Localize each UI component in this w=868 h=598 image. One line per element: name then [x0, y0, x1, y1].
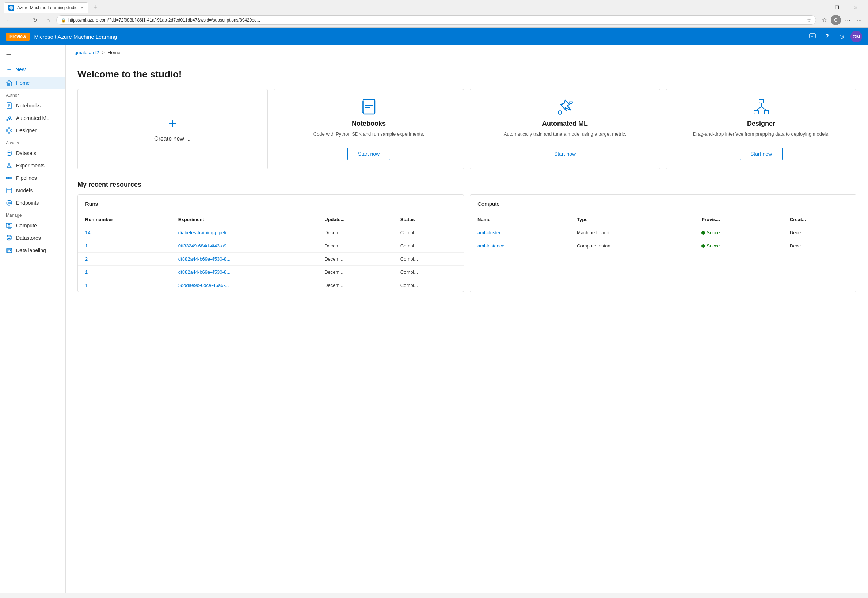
- sidebar-item-data-labeling[interactable]: Data labeling: [0, 244, 66, 257]
- collections-icon[interactable]: ☆: [819, 15, 829, 25]
- runs-col-status: Status: [393, 213, 464, 226]
- extensions-icon[interactable]: ⋯: [843, 15, 853, 25]
- run-number-link[interactable]: 1: [85, 243, 88, 248]
- compute-name-link[interactable]: aml-instance: [477, 243, 504, 248]
- experiment-link[interactable]: df882a44-b69a-4530-8...: [178, 269, 231, 275]
- experiment-link[interactable]: 5dddae9b-6dce-46a6-...: [178, 283, 229, 288]
- breadcrumb-current: Home: [108, 50, 121, 55]
- close-btn[interactable]: ✕: [847, 3, 864, 13]
- browser-chrome: Azure Machine Learning studio ✕ + — ❐ ✕ …: [0, 0, 868, 28]
- create-new-card[interactable]: + Create new ⌄: [78, 89, 268, 169]
- breadcrumb: gmalc-aml2 > Home: [66, 45, 868, 60]
- designer-start-btn[interactable]: Start now: [740, 148, 783, 160]
- notebooks-icon: [6, 102, 12, 109]
- compute-col-type: Type: [570, 213, 694, 226]
- experiments-label: Experiments: [16, 163, 45, 169]
- create-label: Create new ⌄: [154, 136, 191, 142]
- run-number-link[interactable]: 1: [85, 269, 88, 275]
- help-icon[interactable]: ?: [821, 31, 833, 42]
- back-btn[interactable]: ←: [4, 15, 14, 25]
- svg-point-32: [8, 224, 10, 226]
- run-number-link[interactable]: 2: [85, 256, 88, 262]
- breadcrumb-workspace[interactable]: gmalc-aml2: [75, 50, 99, 55]
- run-updated: Decem...: [317, 239, 393, 253]
- tab-close-btn[interactable]: ✕: [81, 6, 84, 10]
- svg-rect-29: [6, 223, 12, 227]
- automated-ml-card-title: Automated ML: [542, 120, 588, 127]
- run-number-link[interactable]: 14: [85, 230, 90, 235]
- notebooks-start-btn[interactable]: Start now: [347, 148, 390, 160]
- automated-ml-icon: [6, 115, 12, 121]
- experiment-link[interactable]: df882a44-b69a-4530-8...: [178, 256, 231, 262]
- sidebar-item-endpoints[interactable]: Endpoints: [0, 197, 66, 209]
- svg-rect-4: [7, 103, 11, 109]
- automated-ml-start-btn[interactable]: Start now: [544, 148, 586, 160]
- experiment-link[interactable]: diabetes-training-pipeli...: [178, 230, 230, 235]
- cards-row: + Create new ⌄: [78, 89, 856, 169]
- hamburger-menu-btn[interactable]: ☰: [0, 48, 66, 62]
- sidebar: ☰ ＋ New Home Author Notebooks Automated …: [0, 45, 66, 593]
- refresh-btn[interactable]: ↻: [30, 15, 40, 25]
- svg-rect-20: [8, 177, 10, 179]
- compute-created: Dece...: [783, 239, 856, 253]
- new-button[interactable]: ＋ New: [0, 62, 66, 77]
- svg-rect-44: [759, 99, 764, 103]
- run-number-link[interactable]: 1: [85, 283, 88, 288]
- window-controls: — ❐ ✕: [810, 3, 864, 13]
- compute-col-provis: Provis...: [694, 213, 783, 226]
- sidebar-item-designer[interactable]: Designer: [0, 124, 66, 137]
- minimize-btn[interactable]: —: [810, 3, 826, 13]
- compute-name-link[interactable]: aml-cluster: [477, 230, 501, 235]
- author-section-label: Author: [0, 89, 66, 99]
- nav-bar: ← → ↻ ⌂ 🔒 https://ml.azure.com/?tid=72f9…: [0, 13, 868, 27]
- run-status: Compl...: [393, 279, 464, 292]
- automated-ml-card-desc: Automatically train and tune a model usi…: [504, 130, 626, 142]
- designer-icon: [6, 127, 12, 134]
- designer-card[interactable]: Designer Drag-and-drop interface from pr…: [666, 89, 856, 169]
- sidebar-item-home[interactable]: Home: [0, 77, 66, 89]
- star-icon[interactable]: ☆: [807, 17, 811, 23]
- datasets-label: Datasets: [16, 150, 36, 156]
- svg-rect-19: [6, 177, 8, 179]
- address-bar[interactable]: 🔒 https://ml.azure.com/?tid=72f988bf-86f…: [56, 15, 816, 25]
- main-layout: ☰ ＋ New Home Author Notebooks Automated …: [0, 45, 868, 593]
- sidebar-item-datastores[interactable]: Datastores: [0, 232, 66, 244]
- smiley-icon[interactable]: ☺: [836, 31, 847, 42]
- tab-favicon: [8, 5, 14, 10]
- svg-point-43: [570, 101, 573, 104]
- sidebar-item-compute[interactable]: Compute: [0, 219, 66, 232]
- home-label: Home: [16, 80, 30, 86]
- tab-title: Azure Machine Learning studio: [17, 5, 78, 10]
- pipelines-label: Pipelines: [16, 175, 37, 181]
- browser-tab[interactable]: Azure Machine Learning studio ✕: [4, 2, 88, 13]
- more-options-icon[interactable]: ···: [854, 15, 864, 25]
- restore-btn[interactable]: ❐: [829, 3, 846, 13]
- sidebar-item-automated-ml[interactable]: Automated ML: [0, 112, 66, 124]
- page-title: Welcome to the studio!: [78, 69, 856, 80]
- new-tab-btn[interactable]: +: [90, 3, 100, 13]
- breadcrumb-separator: >: [102, 50, 105, 55]
- compute-status: Succe...: [694, 226, 783, 239]
- sidebar-item-datasets[interactable]: Datasets: [0, 147, 66, 159]
- sidebar-item-models[interactable]: Models: [0, 184, 66, 197]
- svg-rect-46: [764, 111, 769, 114]
- sidebar-item-experiments[interactable]: Experiments: [0, 159, 66, 172]
- automated-ml-card[interactable]: Automated ML Automatically train and tun…: [470, 89, 660, 169]
- compute-type: Machine Learni...: [570, 226, 694, 239]
- experiment-link[interactable]: 0ff33249-684d-4f43-a9...: [178, 243, 231, 248]
- sidebar-item-notebooks[interactable]: Notebooks: [0, 99, 66, 112]
- profile-avatar[interactable]: G: [831, 15, 841, 25]
- home-nav-btn[interactable]: ⌂: [43, 15, 53, 25]
- endpoints-label: Endpoints: [16, 200, 39, 206]
- automated-ml-label: Automated ML: [16, 115, 49, 121]
- svg-point-17: [7, 151, 11, 153]
- runs-col-updated: Update...: [317, 213, 393, 226]
- run-updated: Decem...: [317, 253, 393, 266]
- notebooks-label: Notebooks: [16, 103, 40, 109]
- feedback-icon[interactable]: [807, 31, 818, 42]
- user-avatar[interactable]: GM: [850, 31, 862, 42]
- notebooks-card[interactable]: Notebooks Code with Python SDK and run s…: [274, 89, 464, 169]
- run-status: Compl...: [393, 266, 464, 279]
- sidebar-item-pipelines[interactable]: Pipelines: [0, 172, 66, 184]
- forward-btn[interactable]: →: [17, 15, 27, 25]
